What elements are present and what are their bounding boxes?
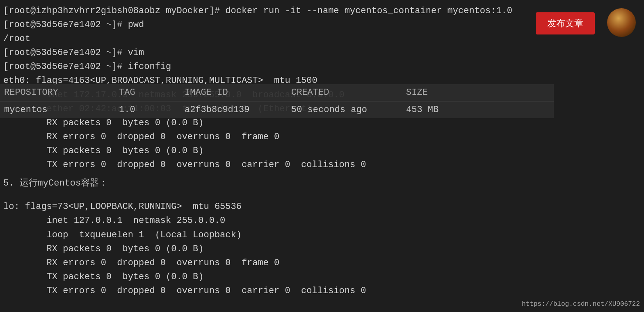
url-watermark: https://blog.csdn.net/XU906722 bbox=[522, 301, 640, 308]
avatar[interactable] bbox=[607, 8, 636, 37]
cell-size: 453 MB bbox=[406, 105, 472, 115]
docker-images-table: REPOSITORY TAG IMAGE ID CREATED SIZE myc… bbox=[0, 84, 554, 118]
header-image-id: IMAGE ID bbox=[185, 87, 291, 98]
section-heading: 5. 运行myCentos容器： bbox=[3, 177, 108, 189]
table-row: mycentos 1.0 a2f3b8c9d139 50 seconds ago… bbox=[0, 101, 554, 118]
terminal: [root@izhp3hzvhrr2gibsh08aobz myDocker]#… bbox=[0, 0, 644, 312]
cell-repo: mycentos bbox=[4, 105, 119, 115]
cell-image-id: a2f3b8c9d139 bbox=[185, 105, 291, 115]
header-repository: REPOSITORY bbox=[4, 87, 119, 98]
docker-table-header: REPOSITORY TAG IMAGE ID CREATED SIZE bbox=[0, 84, 554, 101]
header-size: SIZE bbox=[406, 87, 472, 98]
cell-tag: 1.0 bbox=[119, 105, 185, 115]
header-created: CREATED bbox=[291, 87, 406, 98]
publish-button[interactable]: 发布文章 bbox=[536, 12, 595, 34]
header-tag: TAG bbox=[119, 87, 185, 98]
cell-created: 50 seconds ago bbox=[291, 105, 406, 115]
